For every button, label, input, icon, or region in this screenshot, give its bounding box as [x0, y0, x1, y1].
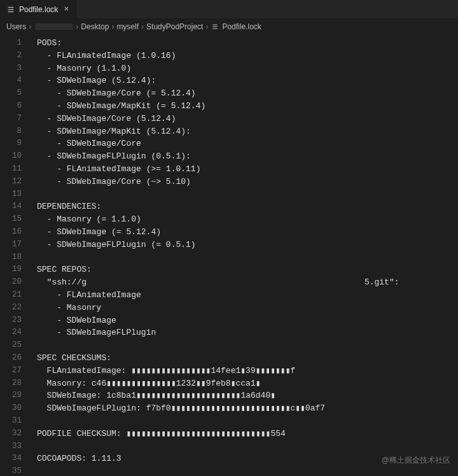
code-line[interactable]: - SDWebImageFLPlugin (0.5.1):: [37, 150, 458, 163]
chevron-right-icon: ›: [111, 22, 114, 31]
code-line[interactable]: - SDWebImage/Core (~> 5.10): [37, 176, 458, 188]
line-number: 9: [0, 137, 31, 150]
breadcrumb-item-user[interactable]: [34, 24, 73, 30]
line-number: 24: [0, 326, 31, 339]
code-line[interactable]: - SDWebImageFLPlugin: [37, 326, 458, 339]
tab-bar: Podfile.lock ×: [0, 0, 458, 19]
line-number: 7: [0, 113, 31, 125]
line-number: 5: [0, 87, 31, 100]
code-line[interactable]: - SDWebImage/MapKit (= 5.12.4): [37, 100, 458, 113]
line-number-gutter: 1234567891011121314151617181920212223242…: [0, 34, 31, 476]
line-number: 35: [0, 465, 31, 476]
line-number: 1: [0, 37, 31, 50]
code-line[interactable]: [37, 339, 458, 352]
breadcrumb-item-project[interactable]: StudyPodProject: [146, 22, 203, 31]
tab-label: Podfile.lock: [19, 5, 58, 14]
line-number: 8: [0, 125, 31, 138]
code-line[interactable]: - Masonry: [37, 302, 458, 314]
line-number: 30: [0, 402, 31, 415]
line-number: 13: [0, 188, 31, 201]
code-line[interactable]: [37, 251, 458, 264]
list-icon: [6, 5, 15, 14]
code-line[interactable]: DEPENDENCIES:: [37, 200, 458, 213]
line-number: 27: [0, 365, 31, 377]
code-line[interactable]: [37, 465, 458, 476]
code-line[interactable]: FLAnimatedImage: ▮▮▮▮▮▮▮▮▮▮▮▮▮▮▮▮14fee1▮…: [37, 365, 458, 377]
list-icon: [211, 23, 219, 31]
line-number: 18: [0, 251, 31, 264]
code-line[interactable]: SDWebImageFLPlugin: f7bf0▮▮▮▮▮▮▮▮▮▮▮▮▮▮▮…: [37, 402, 458, 415]
code-line[interactable]: - SDWebImage: [37, 314, 458, 327]
code-line[interactable]: - SDWebImage/Core (5.12.4): [37, 113, 458, 125]
line-number: 3: [0, 62, 31, 75]
chevron-right-icon: ›: [141, 22, 144, 31]
code-line[interactable]: - SDWebImage/MapKit (5.12.4):: [37, 125, 458, 138]
line-number: 26: [0, 352, 31, 365]
code-line[interactable]: PODFILE CHECKSUM: ▮▮▮▮▮▮▮▮▮▮▮▮▮▮▮▮▮▮▮▮▮▮…: [37, 428, 458, 440]
line-number: 12: [0, 176, 31, 188]
line-number: 34: [0, 452, 31, 465]
breadcrumb-item-desktop[interactable]: Desktop: [81, 22, 109, 31]
code-line[interactable]: - FLAnimatedImage (1.0.16): [37, 50, 458, 62]
line-number: 22: [0, 302, 31, 314]
code-line[interactable]: Masonry: c46▮▮▮▮▮▮▮▮▮▮▮▮▮▮1232▮▮9feb8▮cc…: [37, 377, 458, 390]
code-editor[interactable]: 1234567891011121314151617181920212223242…: [0, 34, 458, 476]
close-icon[interactable]: ×: [62, 5, 71, 14]
line-number: 25: [0, 339, 31, 352]
code-line[interactable]: - SDWebImage/Core: [37, 137, 458, 150]
line-number: 32: [0, 428, 31, 440]
breadcrumb-item-users[interactable]: Users: [6, 22, 26, 31]
line-number: 14: [0, 200, 31, 213]
line-number: 10: [0, 150, 31, 163]
code-line[interactable]: SDWebImage: 1c8ba1▮▮▮▮▮▮▮▮▮▮▮▮▮▮▮▮▮▮▮▮▮1…: [37, 389, 458, 402]
code-line[interactable]: - SDWebImage (5.12.4):: [37, 74, 458, 87]
code-line[interactable]: [37, 440, 458, 453]
line-number: 23: [0, 314, 31, 327]
line-number: 17: [0, 239, 31, 251]
line-number: 33: [0, 440, 31, 453]
code-line[interactable]: - SDWebImageFLPlugin (= 0.5.1): [37, 239, 458, 251]
code-line[interactable]: SPEC REPOS:: [37, 263, 458, 276]
line-number: 2: [0, 50, 31, 62]
chevron-right-icon: ›: [29, 22, 31, 31]
line-number: 6: [0, 100, 31, 113]
breadcrumb-item-myself[interactable]: myself: [116, 22, 139, 31]
line-number: 16: [0, 226, 31, 239]
line-number: 4: [0, 74, 31, 87]
code-line[interactable]: - Masonry (1.1.0): [37, 62, 458, 75]
code-line[interactable]: [37, 415, 458, 428]
breadcrumb: Users › › Desktop › myself › StudyPodPro…: [0, 19, 458, 34]
chevron-right-icon: ›: [76, 22, 78, 31]
code-line[interactable]: - FLAnimatedImage: [37, 289, 458, 302]
tab-podfile-lock[interactable]: Podfile.lock ×: [0, 0, 78, 18]
line-number: 31: [0, 415, 31, 428]
line-number: 19: [0, 263, 31, 276]
chevron-right-icon: ›: [205, 22, 208, 31]
code-line[interactable]: - Masonry (= 1.1.0): [37, 213, 458, 226]
line-number: 21: [0, 289, 31, 302]
code-line[interactable]: "ssh://g 5.git":: [37, 276, 458, 289]
code-line[interactable]: PODS:: [37, 37, 458, 50]
line-number: 15: [0, 213, 31, 226]
line-number: 20: [0, 276, 31, 289]
watermark-text: @稀土掘金技术社区: [382, 455, 450, 466]
breadcrumb-file-label: Podfile.lock: [222, 22, 261, 31]
code-line[interactable]: - SDWebImage (= 5.12.4): [37, 226, 458, 239]
line-number: 11: [0, 163, 31, 176]
code-line[interactable]: - SDWebImage/Core (= 5.12.4): [37, 87, 458, 100]
code-line[interactable]: SPEC CHECKSUMS:: [37, 352, 458, 365]
code-content[interactable]: PODS: - FLAnimatedImage (1.0.16) - Mason…: [31, 34, 458, 476]
line-number: 28: [0, 377, 31, 390]
code-line[interactable]: - FLAnimatedImage (>= 1.0.11): [37, 163, 458, 176]
line-number: 29: [0, 389, 31, 402]
breadcrumb-item-file[interactable]: Podfile.lock: [211, 22, 261, 31]
code-line[interactable]: [37, 188, 458, 201]
